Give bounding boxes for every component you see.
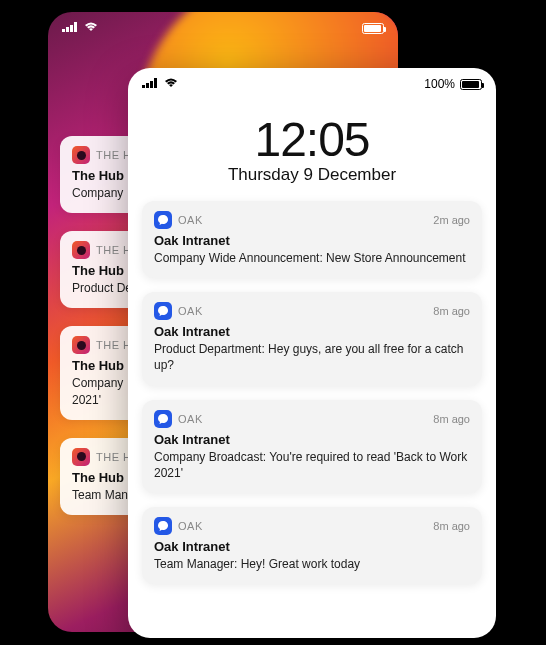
lock-screen-clock: 12:05 Thursday 9 December — [128, 112, 496, 185]
svg-rect-1 — [66, 27, 69, 32]
notification-title: Oak Intranet — [154, 324, 470, 339]
svg-rect-4 — [142, 85, 145, 88]
notification-time: 8m ago — [433, 413, 470, 425]
notification-title: Oak Intranet — [154, 539, 470, 554]
app-label: OAK — [178, 305, 203, 317]
hub-app-icon — [72, 241, 90, 259]
svg-rect-2 — [70, 25, 73, 32]
notification-time: 8m ago — [433, 305, 470, 317]
hub-app-icon — [72, 146, 90, 164]
oak-app-icon — [154, 410, 172, 428]
wifi-icon — [84, 21, 98, 35]
signal-icon — [62, 21, 78, 35]
clock-time: 12:05 — [128, 112, 496, 167]
oak-app-icon — [154, 517, 172, 535]
notification-card[interactable]: OAK 2m ago Oak Intranet Company Wide Ann… — [142, 201, 482, 278]
notification-title: Oak Intranet — [154, 432, 470, 447]
app-label: OAK — [178, 214, 203, 226]
notification-card[interactable]: OAK 8m ago Oak Intranet Company Broadcas… — [142, 400, 482, 493]
battery-pct-front: 100% — [424, 77, 455, 91]
svg-rect-5 — [146, 83, 149, 88]
notification-title: Oak Intranet — [154, 233, 470, 248]
oak-app-icon — [154, 211, 172, 229]
notification-body: Product Department: Hey guys, are you al… — [154, 341, 470, 373]
oak-app-icon — [154, 302, 172, 320]
battery-icon — [362, 23, 384, 34]
notification-body: Company Wide Announcement: New Store Ann… — [154, 250, 470, 266]
status-bar-front: 100% — [128, 68, 496, 94]
svg-rect-6 — [150, 81, 153, 88]
wifi-icon — [164, 77, 178, 91]
phone-front: 100% 12:05 Thursday 9 December OAK 2m ag… — [128, 68, 496, 638]
battery-icon — [460, 79, 482, 90]
notification-time: 8m ago — [433, 520, 470, 532]
app-label: OAK — [178, 413, 203, 425]
notification-stack-front: OAK 2m ago Oak Intranet Company Wide Ann… — [128, 201, 496, 584]
signal-icon — [142, 77, 158, 91]
notification-card[interactable]: OAK 8m ago Oak Intranet Product Departme… — [142, 292, 482, 385]
hub-app-icon — [72, 336, 90, 354]
notification-time: 2m ago — [433, 214, 470, 226]
clock-date: Thursday 9 December — [128, 165, 496, 185]
svg-rect-3 — [74, 22, 77, 32]
notification-card[interactable]: OAK 8m ago Oak Intranet Team Manager: He… — [142, 507, 482, 584]
svg-rect-0 — [62, 29, 65, 32]
hub-app-icon — [72, 448, 90, 466]
svg-rect-7 — [154, 78, 157, 88]
notification-body: Company Broadcast: You're required to re… — [154, 449, 470, 481]
app-label: OAK — [178, 520, 203, 532]
notification-body: Team Manager: Hey! Great work today — [154, 556, 470, 572]
